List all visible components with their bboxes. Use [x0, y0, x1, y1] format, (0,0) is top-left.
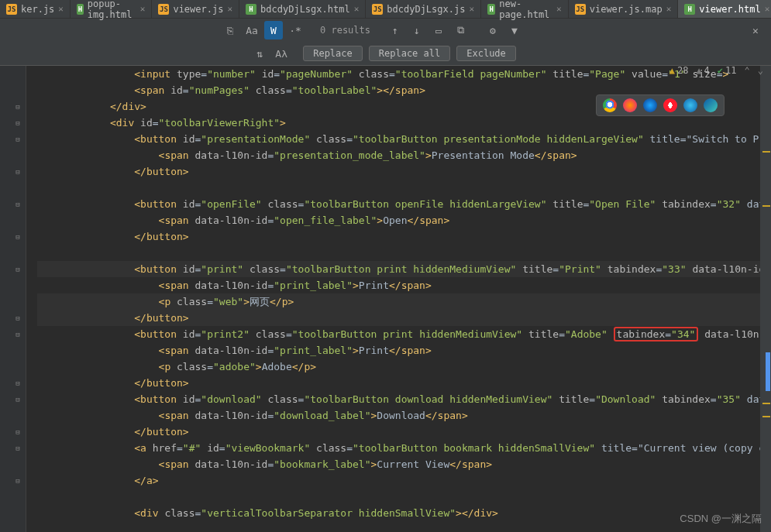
fold-toggle[interactable]: ⊟	[14, 314, 22, 322]
filter-settings-button[interactable]: ⚙	[484, 21, 502, 39]
code-line[interactable]	[37, 180, 760, 196]
js-file-icon: JS	[6, 4, 17, 15]
fold-toggle[interactable]: ⊟	[14, 233, 22, 241]
close-tab-icon[interactable]: ✕	[354, 4, 360, 14]
code-line[interactable]: <button id="print2" class="toolbarButton…	[37, 326, 760, 342]
prev-match-button[interactable]: ↑	[386, 21, 404, 39]
fold-toggle[interactable]: ⊟	[14, 396, 22, 403]
code-line[interactable]: <span data-l10n-id="print_label">Print</…	[37, 277, 760, 293]
regex-icon[interactable]: ·*	[286, 21, 305, 39]
fold-toggle[interactable]: ⊟	[14, 331, 22, 338]
firefox-icon[interactable]	[623, 98, 637, 112]
tab-viewer-html[interactable]: Hviewer.html✕	[678, 0, 771, 18]
minimap-scrollbar[interactable]	[760, 66, 771, 532]
code-line[interactable]: <span data-l10n-id="download_label">Down…	[37, 407, 760, 424]
exclude-button[interactable]: Exclude	[456, 46, 516, 61]
code-line[interactable]: <button id="download" class="toolbarButt…	[37, 391, 760, 407]
code-line[interactable]: <input type="number" id="pageNumber" cla…	[37, 66, 760, 82]
close-tab-icon[interactable]: ✕	[469, 4, 474, 14]
fold-toggle[interactable]: ⊟	[14, 379, 22, 387]
code-line[interactable]	[37, 489, 760, 505]
js-file-icon: JS	[372, 4, 383, 15]
tab-label: bdcdyDjLsgx.html	[260, 4, 350, 15]
close-tab-icon[interactable]: ✕	[140, 4, 146, 14]
tab-viewer-js[interactable]: JSviewer.js✕	[152, 0, 239, 18]
js-file-icon: JS	[575, 4, 586, 15]
close-find-button[interactable]: ✕	[746, 21, 765, 39]
safari-icon[interactable]	[643, 98, 657, 112]
code-line[interactable]: <a href="#" id="viewBookmark" class="too…	[37, 440, 760, 456]
html-file-icon: H	[246, 4, 256, 15]
replace-button[interactable]: Replace	[303, 46, 363, 61]
select-all-button[interactable]: ▭	[429, 21, 448, 39]
tab-ker-js[interactable]: JSker.js✕	[0, 0, 71, 18]
fold-toggle[interactable]: ⊟	[14, 103, 22, 111]
new-window-button[interactable]: ⧉	[451, 21, 470, 39]
tab-popup-img-html[interactable]: Hpopup-img.html✕	[71, 0, 152, 18]
fold-toggle[interactable]: ⊟	[14, 444, 22, 452]
fold-toggle[interactable]: ⊟	[14, 266, 22, 273]
regex-toggle[interactable]: ⎘	[221, 21, 239, 39]
tab-label: viewer.js.map	[590, 4, 663, 15]
code-line[interactable]: <p class="web">网页</p>	[37, 293, 760, 310]
chrome-icon[interactable]	[603, 98, 617, 112]
preserve-case-toggle[interactable]: ⇅	[250, 44, 269, 63]
code-area[interactable]: <input type="number" id="pageNumber" cla…	[26, 66, 760, 532]
ie-icon[interactable]	[683, 98, 697, 112]
code-line[interactable]: <span data-l10n-id="presentation_mode_la…	[37, 147, 760, 163]
tab-new-page-html[interactable]: Hnew-page.html✕	[481, 0, 569, 18]
match-case-toggle[interactable]: Aa	[243, 21, 261, 39]
filter-button[interactable]: ▼	[505, 21, 524, 39]
words-toggle[interactable]: W	[264, 21, 283, 39]
close-tab-icon[interactable]: ✕	[765, 4, 770, 14]
code-line[interactable]: <div class="verticalToolbarSeparator hid…	[37, 505, 760, 521]
weak-warnings-count[interactable]: 4	[696, 65, 709, 76]
code-editor[interactable]: ⊟⊟⊟⊟⊟⊟⊟⊟⊟⊟⊟⊟⊟⊟ <input type="number" id="…	[0, 66, 771, 532]
open-in-browser-bar	[596, 94, 725, 116]
code-line[interactable]: </button>	[37, 228, 760, 245]
next-match-button[interactable]: ↓	[408, 21, 426, 39]
warnings-count[interactable]: 28	[669, 65, 689, 76]
fold-toggle[interactable]: ⊟	[14, 201, 22, 208]
code-line[interactable]: <button id="presentationMode" class="too…	[37, 131, 760, 147]
watermark: CSDN @一渊之隔	[680, 512, 762, 526]
next-highlight-button[interactable]: ⌄	[758, 65, 763, 76]
close-tab-icon[interactable]: ✕	[666, 4, 672, 14]
fold-toggle[interactable]: ⊟	[14, 119, 22, 127]
tab-label: ker.js	[21, 4, 54, 15]
fold-toggle[interactable]: ⊟	[14, 428, 22, 436]
code-line[interactable]: <p class="adobe">Adobe</p>	[37, 359, 760, 375]
code-line[interactable]: <span data-l10n-id="print_label">Print</…	[37, 342, 760, 359]
code-line[interactable]: </button>	[37, 310, 760, 326]
fold-toggle[interactable]: ⊟	[14, 168, 22, 176]
opera-icon[interactable]	[663, 98, 677, 112]
code-line[interactable]: </button>	[37, 424, 760, 440]
tab-bdcdyDjLsgx-js[interactable]: JSbdcdyDjLsgx.js✕	[366, 0, 481, 18]
code-line[interactable]: </button>	[37, 163, 760, 180]
code-line[interactable]: </button>	[37, 375, 760, 391]
code-line[interactable]: <span data-l10n-id="bookmark_label">Curr…	[37, 456, 760, 472]
code-line[interactable]: </a>	[37, 472, 760, 489]
code-line[interactable]	[37, 245, 760, 261]
replace-all-button[interactable]: Replace all	[369, 46, 450, 61]
tab-label: popup-img.html	[88, 0, 136, 20]
close-tab-icon[interactable]: ✕	[227, 4, 232, 14]
html-file-icon: H	[684, 4, 695, 15]
editor-tabs: JSker.js✕Hpopup-img.html✕JSviewer.js✕Hbd…	[0, 0, 771, 19]
code-line[interactable]: <button id="print" class="toolbarButton …	[37, 261, 760, 277]
in-selection-toggle[interactable]: Aλ	[272, 44, 291, 63]
results-count: 0 results	[320, 25, 370, 36]
edge-icon[interactable]	[704, 98, 718, 112]
tab-label: bdcdyDjLsgx.js	[387, 4, 465, 15]
tab-bdcdyDjLsgx-html[interactable]: HbdcdyDjLsgx.html✕	[239, 0, 366, 18]
close-tab-icon[interactable]: ✕	[556, 4, 562, 14]
tab-viewer-js-map[interactable]: JSviewer.js.map✕	[569, 0, 679, 18]
code-line[interactable]: <div id="toolbarViewerRight">	[37, 115, 760, 131]
fold-toggle[interactable]: ⊟	[14, 477, 22, 485]
code-line[interactable]: <span data-l10n-id="open_file_label">Ope…	[37, 212, 760, 228]
typos-count[interactable]: 11	[718, 65, 737, 76]
code-line[interactable]: <button id="openFile" class="toolbarButt…	[37, 196, 760, 212]
close-tab-icon[interactable]: ✕	[58, 4, 64, 14]
fold-toggle[interactable]: ⊟	[14, 136, 22, 143]
prev-highlight-button[interactable]: ⌃	[745, 65, 750, 76]
